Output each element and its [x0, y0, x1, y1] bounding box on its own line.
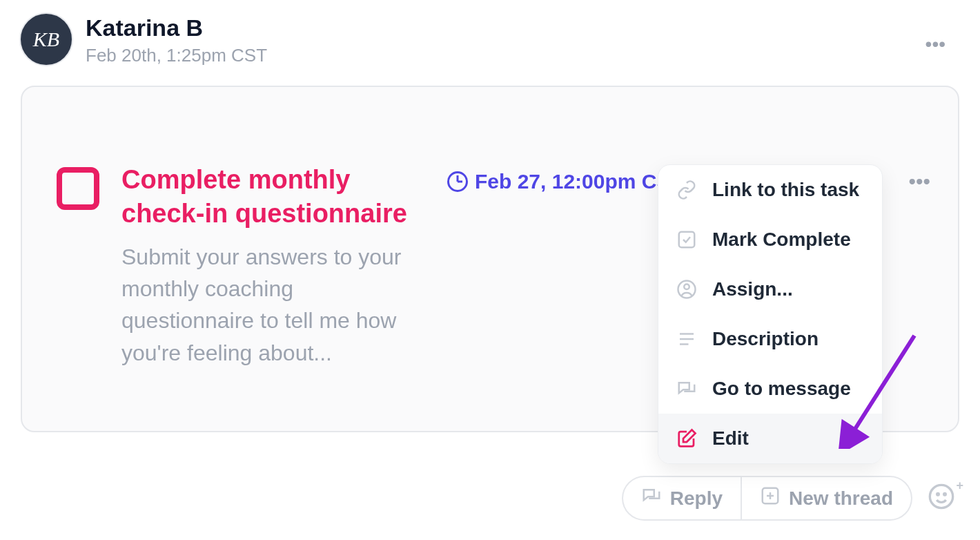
menu-edit[interactable]: Edit	[658, 414, 882, 463]
svg-point-12	[944, 493, 946, 495]
plus-icon: +	[956, 479, 963, 493]
menu-label: Mark Complete	[712, 229, 851, 251]
svg-point-2	[684, 285, 689, 290]
menu-assign[interactable]: Assign...	[658, 264, 882, 314]
message-footer: Reply New thread +	[622, 476, 959, 521]
menu-label: Description	[712, 328, 819, 350]
task-more-icon[interactable]: •••	[908, 170, 930, 193]
reply-icon	[641, 485, 662, 511]
emoji-reaction-button[interactable]: +	[928, 483, 959, 514]
user-icon	[676, 279, 697, 300]
task-due-text: Feb 27, 12:00pm CST	[475, 170, 683, 193]
lines-icon	[676, 329, 697, 349]
avatar[interactable]: KB	[21, 14, 72, 65]
menu-go-to-message[interactable]: Go to message	[658, 364, 882, 414]
task-title[interactable]: Complete monthly check-in questionnaire	[121, 163, 425, 231]
svg-point-11	[937, 493, 939, 495]
message-more-icon[interactable]: •••	[925, 33, 945, 55]
menu-description[interactable]: Description	[658, 314, 882, 364]
menu-label: Link to this task	[712, 179, 859, 201]
edit-icon	[676, 428, 697, 449]
task-description: Submit your answers to your monthly coac…	[121, 241, 425, 369]
check-icon	[676, 229, 697, 250]
task-checkbox[interactable]	[57, 167, 99, 210]
reply-label: Reply	[670, 488, 723, 510]
plus-box-icon	[760, 485, 781, 511]
message-header: KB Katarina B Feb 20th, 1:25pm CST •••	[21, 14, 959, 66]
task-due[interactable]: Feb 27, 12:00pm CST	[447, 170, 683, 193]
menu-label: Assign...	[712, 278, 793, 300]
menu-link-to-task[interactable]: Link to this task	[658, 165, 882, 215]
avatar-initials: KB	[33, 28, 59, 51]
clock-icon	[447, 171, 468, 192]
new-thread-button[interactable]: New thread	[741, 476, 912, 521]
reply-button[interactable]: Reply	[622, 476, 741, 521]
author-name[interactable]: Katarina B	[86, 14, 959, 42]
task-dropdown-menu: Link to this task Mark Complete Assign..…	[658, 164, 883, 464]
menu-label: Edit	[712, 427, 749, 450]
link-icon	[676, 180, 697, 200]
new-thread-label: New thread	[789, 488, 893, 510]
svg-point-10	[930, 485, 952, 508]
task-main: Complete monthly check-in questionnaire …	[121, 163, 425, 369]
header-text: Katarina B Feb 20th, 1:25pm CST	[86, 14, 959, 66]
chat-icon	[676, 378, 697, 399]
svg-rect-0	[679, 232, 695, 248]
menu-mark-complete[interactable]: Mark Complete	[658, 215, 882, 264]
message-timestamp: Feb 20th, 1:25pm CST	[86, 45, 959, 66]
menu-label: Go to message	[712, 378, 851, 400]
